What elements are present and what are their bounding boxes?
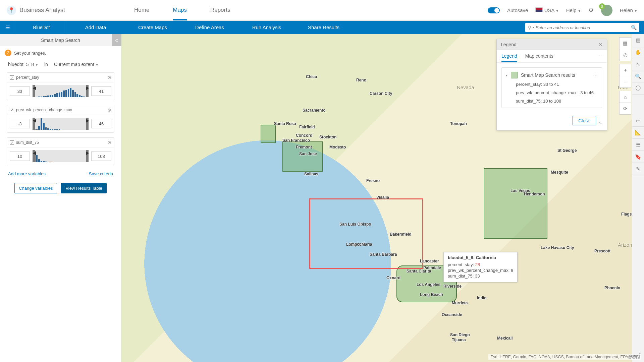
user-menu[interactable]: Helen ▼ (620, 7, 637, 13)
save-criteria-link[interactable]: Save criteria (89, 171, 113, 176)
variable-checkbox[interactable] (10, 140, 14, 145)
variable-min-input[interactable] (10, 86, 30, 96)
locate-button[interactable]: ◎ (619, 49, 631, 61)
variable-histogram[interactable]: ◀ ▶ (33, 85, 89, 97)
view-results-button[interactable]: View Results Table (61, 183, 106, 193)
legend-tab-contents[interactable]: Map contents (525, 53, 553, 62)
variable-max-input[interactable] (91, 152, 111, 161)
bluetab-run-analysis[interactable]: Run Analysis (238, 21, 295, 34)
city-label: Riverside (443, 284, 462, 289)
slider-handle-max[interactable]: ▶ (86, 118, 89, 130)
tab-maps[interactable]: Maps (173, 0, 187, 20)
legend-close-icon[interactable]: ✕ (599, 42, 603, 47)
legend-options-icon[interactable]: ⋯ (597, 53, 602, 62)
variable-checkbox[interactable] (10, 108, 14, 112)
slider-handle-min[interactable]: ◀ (33, 118, 35, 130)
tool-layers-icon[interactable]: ▤ (632, 34, 644, 46)
refresh-button[interactable]: ⟳ (619, 103, 631, 115)
tool-annotate-icon[interactable]: ✎ (632, 163, 644, 175)
slider-handle-max[interactable]: ▶ (86, 150, 89, 162)
slider-handle-min[interactable]: ◀ (33, 150, 35, 162)
city-label: Mesquite (551, 170, 568, 175)
collapse-sidebar-button[interactable]: « (112, 34, 121, 46)
bluetab-add-data[interactable]: Add Data (67, 21, 124, 34)
tool-pan-icon[interactable]: ✋ (632, 46, 644, 58)
country-selector[interactable]: USA ▼ (535, 7, 558, 13)
variable-card: percent_stay ⊗ ◀ ▶ (7, 72, 114, 100)
change-variables-button[interactable]: Change variables (14, 183, 57, 193)
legend-line: prev_wk_percent_change_max: -3 to 46 (516, 90, 598, 95)
variable-max-input[interactable] (91, 119, 111, 128)
bluetab-share-results[interactable]: Share Results (295, 21, 352, 34)
layer-dropdown[interactable]: bluedot_5_8▼ (8, 62, 38, 67)
right-rail: ▤ ✋ ↖ 🔍 ⓘ ▭ 📐 ☰ 🔖 ✎ (632, 34, 644, 362)
legend-line: percent_stay: 33 to 41 (516, 82, 598, 87)
extent-dropdown[interactable]: Current map extent▼ (54, 62, 99, 67)
variable-max-input[interactable] (91, 86, 111, 96)
gear-icon[interactable]: ⚙ (588, 7, 594, 14)
search-input[interactable] (536, 25, 631, 30)
project-tab[interactable]: BlueDot (16, 21, 67, 34)
autosave-toggle[interactable] (488, 7, 500, 13)
tool-identify-icon[interactable]: ⓘ (632, 82, 644, 95)
tab-reports[interactable]: Reports (210, 0, 230, 20)
tooltip-title: bluedot_5_8: California (448, 255, 513, 260)
legend-title: Legend (501, 42, 517, 47)
variable-checkbox[interactable] (10, 75, 14, 80)
city-label: San Jose (299, 152, 317, 156)
basemap-button[interactable]: ▦ (619, 37, 631, 49)
bluetab-define-areas[interactable]: Define Areas (181, 21, 238, 34)
city-label: Santa Barbara (370, 252, 397, 257)
map-canvas[interactable]: SacramentoSan FranciscoSan JoseFresnoBak… (121, 34, 644, 362)
variable-remove-icon[interactable]: ⊗ (107, 107, 111, 113)
variable-min-input[interactable] (10, 119, 30, 128)
bluetab-create-maps[interactable]: Create Maps (124, 21, 181, 34)
city-label: Modesto (329, 145, 346, 149)
variable-card: sum_dist_75 ⊗ ◀ ▶ (7, 137, 114, 165)
tooltip-row: sum_dist_75: 33 (448, 274, 513, 279)
legend-expand-corner-icon[interactable]: ⤡ (599, 121, 602, 125)
city-label: Stockton (319, 135, 336, 139)
search-box[interactable]: ⚲ • 🔍 (525, 23, 639, 32)
variable-min-input[interactable] (10, 152, 30, 161)
slider-handle-max[interactable]: ▶ (86, 85, 89, 97)
variable-histogram[interactable]: ◀ ▶ (33, 150, 89, 162)
help-menu[interactable]: Help ▼ (566, 7, 581, 13)
avatar[interactable] (601, 5, 612, 16)
city-label: Phoenix (604, 286, 620, 290)
menu-icon[interactable]: ☰ (0, 21, 16, 34)
step-number: 2 (5, 50, 11, 56)
add-variables-link[interactable]: Add more variables (8, 171, 46, 176)
tool-measure-icon[interactable]: 📐 (632, 127, 644, 139)
variable-remove-icon[interactable]: ⊗ (107, 140, 111, 145)
legend-close-button[interactable]: Close (573, 116, 596, 125)
variable-histogram[interactable]: ◀ ▶ (33, 118, 89, 130)
city-label: St George (557, 148, 577, 153)
home-button[interactable]: ⌂ (619, 91, 631, 103)
tool-zoom-icon[interactable]: 🔍 (632, 70, 644, 82)
city-label: San Diego (450, 333, 470, 337)
tool-bookmark-icon[interactable]: 🔖 (632, 151, 644, 163)
city-label: Oceanside (442, 312, 462, 317)
tab-home[interactable]: Home (134, 0, 149, 20)
legend-tab-legend[interactable]: Legend (501, 53, 517, 62)
variable-remove-icon[interactable]: ⊗ (107, 75, 111, 80)
legend-item-options-icon[interactable]: ⋯ (593, 72, 598, 78)
legend-expand-icon[interactable]: ▾ (506, 73, 507, 77)
legend-heading: Smart Map Search results (521, 72, 575, 78)
slider-handle-min[interactable]: ◀ (33, 85, 35, 97)
city-label: Concord (296, 133, 312, 138)
tool-select-icon[interactable]: ↖ (632, 58, 644, 70)
city-label: Los Angeles (417, 282, 440, 287)
city-label: Fresno (366, 178, 380, 183)
search-icon[interactable]: 🔍 (631, 25, 637, 30)
zoom-in-button[interactable]: ＋ (619, 64, 631, 76)
map-attribution: Esri, HERE, Garmin, FAO, NOAA, USGS, Bur… (488, 354, 641, 360)
city-label: Bakersfield (390, 232, 412, 237)
main-tabs: Home Maps Reports (134, 0, 230, 20)
zoom-out-button[interactable]: － (619, 76, 631, 88)
city-label: Salinas (304, 172, 318, 176)
tool-legend-icon[interactable]: ☰ (632, 139, 644, 151)
tool-extent-icon[interactable]: ▭ (632, 115, 644, 127)
flag-icon (535, 7, 543, 12)
